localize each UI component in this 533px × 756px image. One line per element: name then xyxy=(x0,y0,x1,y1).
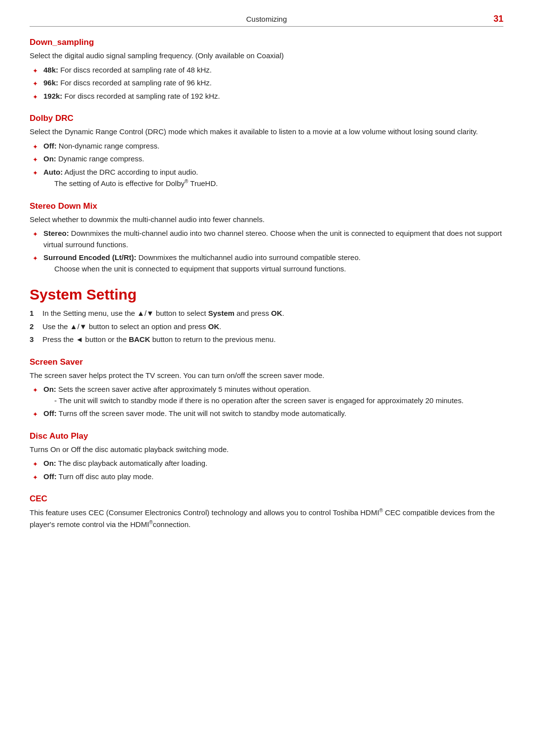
ordered-list-system-setting: 1 In the Setting menu, use the ▲/▼ butto… xyxy=(30,308,503,345)
bullet-diamond: ✦ xyxy=(33,155,38,165)
section-title-disc-auto-play: Disc Auto Play xyxy=(30,431,503,441)
bullet-text: On: Sets the screen saver active after a… xyxy=(43,384,311,395)
list-item: ✦ 96k: For discs recorded at sampling ra… xyxy=(30,77,503,89)
section-desc-dolby-drc: Select the Dynamic Range Control (DRC) m… xyxy=(30,126,503,138)
list-item: 3 Press the ◄ button or the BACK button … xyxy=(30,334,503,345)
section-title-cec: CEC xyxy=(30,494,503,504)
bullet-list-dolby-drc: ✦ Off: Non-dynamic range compress. ✦ On:… xyxy=(30,141,503,189)
bullet-diamond: ✦ xyxy=(33,66,38,76)
bullet-list-screen-saver: ✦ On: Sets the screen saver active after… xyxy=(30,384,503,419)
list-item: ✦ 48k: For discs recorded at sampling ra… xyxy=(30,65,503,76)
bullet-text: Stereo: Downmixes the multi-channel audi… xyxy=(43,228,503,250)
section-down-sampling: Down_sampling Select the digital audio s… xyxy=(30,38,503,102)
bullet-note: - The unit will switch to standby mode i… xyxy=(43,395,463,407)
ordered-text: Use the ▲/▼ button to select an option a… xyxy=(42,321,221,333)
list-item: ✦ On: Dynamic range compress. xyxy=(30,153,503,165)
page-header: Customizing 31 xyxy=(30,15,503,27)
bullet-diamond: ✦ xyxy=(33,254,38,264)
section-title-down-sampling: Down_sampling xyxy=(30,38,503,47)
page-title: Customizing xyxy=(246,15,287,23)
list-item: 1 In the Setting menu, use the ▲/▼ butto… xyxy=(30,308,503,319)
list-item: ✦ Stereo: Downmixes the multi-channel au… xyxy=(30,228,503,250)
bullet-diamond: ✦ xyxy=(33,168,38,178)
list-item: ✦ 192k: For discs recorded at sampling r… xyxy=(30,91,503,102)
bullet-text: 48k: For discs recorded at sampling rate… xyxy=(43,65,212,76)
section-title-stereo-down-mix: Stereo Down Mix xyxy=(30,201,503,211)
bullet-text: Auto: Adjust the DRC according to input … xyxy=(43,167,198,178)
list-item: ✦ Surround Encoded (Lt/Rt): Downmixes th… xyxy=(30,252,503,274)
bullet-diamond: ✦ xyxy=(33,385,38,395)
section-desc-stereo-down-mix: Select whether to downmix the multi-chan… xyxy=(30,214,503,226)
bullet-diamond: ✦ xyxy=(33,473,38,483)
page-number: 31 xyxy=(494,14,503,24)
bullet-note: The setting of Auto is effective for Dol… xyxy=(43,178,218,189)
bullet-diamond: ✦ xyxy=(33,229,38,239)
bullet-diamond: ✦ xyxy=(33,459,38,469)
bullet-text: On: The disc playback automatically afte… xyxy=(43,458,207,469)
section-screen-saver: Screen Saver The screen saver helps prot… xyxy=(30,357,503,419)
section-stereo-down-mix: Stereo Down Mix Select whether to downmi… xyxy=(30,201,503,275)
bullet-diamond: ✦ xyxy=(33,79,38,89)
ordered-num: 1 xyxy=(30,308,38,319)
ordered-num: 2 xyxy=(30,321,38,333)
list-item: ✦ Off: Turns off the screen saver mode. … xyxy=(30,408,503,419)
section-cec: CEC This feature uses CEC (Consumer Elec… xyxy=(30,494,503,530)
bullet-text: Surround Encoded (Lt/Rt): Downmixes the … xyxy=(43,252,361,264)
list-item: ✦ Off: Non-dynamic range compress. xyxy=(30,141,503,152)
bullet-list-down-sampling: ✦ 48k: For discs recorded at sampling ra… xyxy=(30,65,503,102)
bullet-text: On: Dynamic range compress. xyxy=(43,153,144,165)
section-title-system-setting: System Setting xyxy=(30,286,503,303)
list-item: ✦ Off: Turn off disc auto play mode. xyxy=(30,471,503,483)
bullet-text: Off: Turns off the screen saver mode. Th… xyxy=(43,408,346,419)
bullet-note: Choose when the unit is connected to equ… xyxy=(43,264,346,275)
list-item: ✦ On: The disc playback automatically af… xyxy=(30,458,503,469)
ordered-num: 3 xyxy=(30,334,38,345)
bullet-diamond: ✦ xyxy=(33,142,38,152)
section-disc-auto-play: Disc Auto Play Turns On or Off the disc … xyxy=(30,431,503,483)
section-desc-screen-saver: The screen saver helps protect the TV sc… xyxy=(30,370,503,381)
ordered-text: In the Setting menu, use the ▲/▼ button … xyxy=(42,308,284,319)
section-dolby-drc: Dolby DRC Select the Dynamic Range Contr… xyxy=(30,113,503,189)
list-item: 2 Use the ▲/▼ button to select an option… xyxy=(30,321,503,333)
bullet-diamond: ✦ xyxy=(33,410,38,419)
list-item: ✦ On: Sets the screen saver active after… xyxy=(30,384,503,406)
bullet-text: 96k: For discs recorded at sampling rate… xyxy=(43,77,212,89)
bullet-text: 192k: For discs recorded at sampling rat… xyxy=(43,91,220,102)
section-title-dolby-drc: Dolby DRC xyxy=(30,113,503,123)
bullet-text: Off: Turn off disc auto play mode. xyxy=(43,471,153,483)
bullet-list-disc-auto-play: ✦ On: The disc playback automatically af… xyxy=(30,458,503,482)
list-item: ✦ Auto: Adjust the DRC according to inpu… xyxy=(30,167,503,189)
section-title-screen-saver: Screen Saver xyxy=(30,357,503,367)
section-desc-cec: This feature uses CEC (Consumer Electron… xyxy=(30,507,503,530)
bullet-list-stereo-down-mix: ✦ Stereo: Downmixes the multi-channel au… xyxy=(30,228,503,274)
section-desc-down-sampling: Select the digital audio signal sampling… xyxy=(30,50,503,62)
ordered-text: Press the ◄ button or the BACK button to… xyxy=(42,334,276,345)
section-desc-disc-auto-play: Turns On or Off the disc automatic playb… xyxy=(30,444,503,455)
section-system-setting: System Setting 1 In the Setting menu, us… xyxy=(30,286,503,345)
bullet-diamond: ✦ xyxy=(33,92,38,102)
bullet-text: Off: Non-dynamic range compress. xyxy=(43,141,159,152)
